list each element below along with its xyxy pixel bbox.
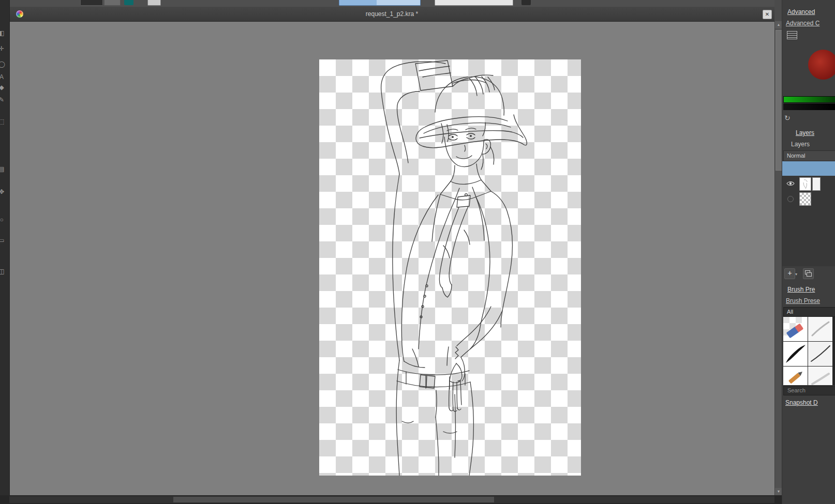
brush-preset-generic[interactable] [808, 342, 832, 366]
color-wheel-fragment[interactable] [808, 50, 835, 80]
move-tool-icon[interactable]: ✛ [0, 44, 7, 53]
layer-row[interactable] [782, 176, 835, 191]
tab-snapshot-docker[interactable]: Snapshot D [785, 399, 818, 406]
shape-select-tool-icon[interactable]: ◧ [0, 28, 7, 38]
advanced-color-selector-title: Advanced C [786, 20, 819, 27]
brush-presets-title: Brush Prese [786, 297, 820, 304]
pan-tool-icon[interactable]: ✥ [0, 187, 7, 196]
blend-mode-dropdown[interactable]: Normal [783, 150, 835, 161]
canvas-area[interactable] [9, 21, 774, 495]
main-toolbar-fragment [9, 0, 774, 7]
canvas-hscrollbar[interactable] [9, 496, 774, 503]
krita-window: ◧ ✛ ◯ A ◆ ✎ ⬚ ▤ ✥ ○ ▭ ◫ request_1_p2.kra… [0, 0, 835, 504]
toolbar-button-fragment[interactable] [521, 0, 531, 5]
brush-preset-pen[interactable] [783, 366, 808, 385]
layer-thumbnail[interactable] [799, 177, 811, 191]
document-canvas[interactable] [319, 59, 581, 476]
layer-list [782, 161, 835, 266]
preset-search-input[interactable]: Search [783, 386, 835, 395]
add-layer-chevron-icon[interactable]: ▾ [795, 272, 797, 277]
color-history-black[interactable] [783, 103, 835, 110]
zoom-tool-icon[interactable]: ○ [0, 215, 7, 224]
scroll-down-icon[interactable]: ▼ [775, 488, 782, 495]
close-button[interactable]: ✕ [763, 10, 772, 19]
layer-thumbnail-fragment[interactable] [812, 177, 821, 191]
layer-properties-button[interactable] [803, 268, 814, 279]
fill-tool-icon[interactable]: ◆ [0, 83, 7, 92]
brush-preset-ink[interactable] [783, 342, 808, 366]
rect-select-tool-icon[interactable]: ▭ [0, 236, 7, 245]
tab-advanced-color-selector[interactable]: Advanced [787, 8, 815, 16]
tab-layers[interactable]: Layers [796, 129, 814, 136]
scroll-up-icon[interactable]: ▲ [775, 21, 782, 28]
toolbox: ◧ ✛ ◯ A ◆ ✎ ⬚ ▤ ✥ ○ ▭ ◫ [0, 0, 10, 504]
gradient-tool-icon[interactable]: ▤ [0, 164, 7, 174]
canvas-vscrollbar[interactable]: ▲ ▼ [774, 21, 782, 495]
toolbar-button-fragment[interactable] [80, 0, 103, 6]
blend-mode-value: Normal [784, 151, 835, 161]
layer-stack-icon [805, 270, 812, 277]
layer-row-selected[interactable] [782, 161, 835, 176]
add-layer-button[interactable]: + [784, 268, 795, 279]
toolbar-button-fragment[interactable] [104, 0, 121, 6]
subwindow-titlebar[interactable]: request_1_p2.kra * ✕ [9, 7, 774, 22]
tag-filter-value: All [784, 308, 835, 316]
artwork-line-drawing [319, 59, 581, 476]
layer-hidden-eye-icon[interactable] [787, 196, 794, 202]
ellipse-tool-icon[interactable]: ◯ [0, 59, 7, 69]
tag-filter-dropdown[interactable]: All [783, 307, 835, 317]
layer-visible-eye-icon[interactable] [786, 180, 795, 187]
hscroll-thumb[interactable] [173, 497, 494, 502]
layer-row[interactable] [782, 191, 835, 206]
refresh-icon[interactable]: ↻ [784, 114, 791, 122]
toolbar-swatch-fragment[interactable] [124, 0, 133, 5]
brush-preset-generic[interactable] [808, 317, 832, 341]
brush-preset-grid [783, 317, 835, 385]
search-placeholder: Search [784, 386, 835, 395]
bottom-bar [0, 495, 835, 504]
selector-shape-icon[interactable] [787, 31, 797, 39]
color-history-gradient[interactable] [783, 96, 835, 103]
freehand-brush-tool-icon[interactable]: ✎ [0, 95, 7, 104]
tab-brush-presets[interactable]: Brush Pre [787, 286, 815, 293]
transform-tool-icon[interactable]: ⬚ [0, 117, 7, 126]
brush-preset-eraser[interactable] [783, 317, 808, 341]
crop-tool-icon[interactable]: ◫ [0, 267, 7, 276]
opacity-slider-fragment[interactable] [339, 0, 421, 6]
docker-panel: Advanced Advanced C ↻ Layers Layers Norm… [782, 0, 835, 504]
text-tool-icon[interactable]: A [0, 72, 7, 82]
layers-docker-title: Layers [791, 141, 810, 148]
brush-preset-generic[interactable] [808, 366, 832, 385]
layer-thumbnail-transparent[interactable] [799, 192, 811, 206]
document-title: request_1_p2.kra * [9, 7, 774, 21]
size-slider-fragment[interactable] [435, 0, 513, 6]
toolbar-button-fragment[interactable] [147, 0, 161, 6]
